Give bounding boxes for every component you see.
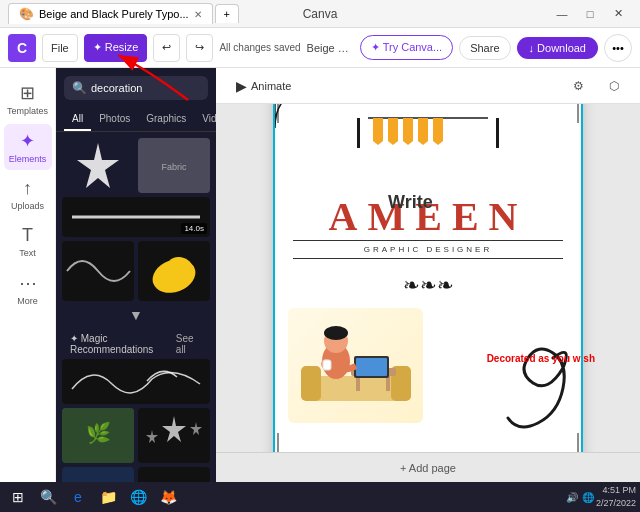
sidebar-item-text[interactable]: T Text [4, 219, 52, 264]
list-item[interactable] [138, 467, 210, 482]
sidebar-item-uploads[interactable]: ↑ Uploads [4, 172, 52, 217]
tab-label: Beige and Black Purely Typo... [39, 8, 189, 20]
taskbar-ie[interactable]: e [64, 484, 92, 510]
flower-svg: ❀ [62, 467, 134, 482]
svg-marker-9 [162, 416, 186, 442]
list-item[interactable]: 🌿 [62, 408, 134, 463]
elements-grid: Fabric 14.0s [56, 132, 216, 482]
undo-button[interactable]: ↩ [153, 34, 180, 62]
banner-decoration [357, 113, 499, 148]
document-title[interactable]: Beige and Black Purely Typographic Psych… [307, 42, 354, 54]
save-status: All changes saved [219, 42, 300, 53]
taskbar-chrome[interactable]: 🌐 [124, 484, 152, 510]
list-item[interactable] [138, 241, 210, 301]
design-canvas[interactable]: AMEEN GRAPHIC DESIGNER ❧❧❧ [273, 104, 583, 452]
list-item[interactable]: ❀ 29.0s [62, 467, 134, 482]
volume-icon[interactable]: 🔊 [566, 492, 578, 503]
sparkle-svg [62, 138, 134, 193]
svg-marker-25 [403, 118, 413, 145]
more-options-button[interactable]: ••• [604, 34, 632, 62]
sidebar-text-label: Text [19, 248, 36, 258]
elements-icon: ✦ [20, 130, 35, 152]
canvas-settings-icon[interactable]: ⚙ [564, 72, 592, 100]
network-icon[interactable]: 🌐 [582, 492, 594, 503]
sidebar-item-templates[interactable]: ⊞ Templates [4, 76, 52, 122]
grid-row-7: ❀ 29.0s [62, 467, 210, 482]
svg-text:🌿: 🌿 [86, 421, 111, 445]
list-item[interactable]: Fabric [138, 138, 210, 193]
sidebar-templates-label: Templates [7, 106, 48, 116]
grid-row-5 [62, 359, 210, 404]
svg-marker-26 [418, 118, 428, 145]
svg-marker-11 [190, 422, 202, 435]
canvas-toolbar: ▶ Animate ⚙ ⬡ [216, 68, 640, 104]
magic-rec-label: ✦ Magic Recommendations [70, 333, 176, 355]
svg-marker-10 [146, 430, 158, 443]
resize-button[interactable]: ✦ Resize [84, 34, 148, 62]
cat-tab-all[interactable]: All [64, 108, 91, 131]
canvas-subtitle: GRAPHIC DESIGNER [293, 245, 563, 254]
animate-label: Animate [251, 80, 291, 92]
list-item[interactable] [138, 408, 210, 463]
expand-icon[interactable]: ▼ [129, 307, 143, 323]
share-button[interactable]: Share [459, 36, 510, 60]
main-toolbar: C File ✦ Resize ↩ ↪ All changes saved Be… [0, 28, 640, 68]
sidebar-uploads-label: Uploads [11, 201, 44, 211]
left-panel: 🔍 ✕ ⚙ All Photos Graphics Videos Audio [56, 68, 216, 482]
grid-row-expand: ▼ [62, 305, 210, 325]
blob-svg [138, 241, 210, 301]
list-item[interactable]: 14.0s [62, 197, 210, 237]
redo-button[interactable]: ↪ [186, 34, 213, 62]
close-window-button[interactable]: ✕ [604, 0, 632, 28]
cat-tab-videos[interactable]: Videos [194, 108, 216, 131]
main-area: ⊞ Templates ✦ Elements ↑ Uploads T Text … [0, 68, 640, 482]
canvas-share-icon[interactable]: ⬡ [600, 72, 628, 100]
category-tabs: All Photos Graphics Videos Audio [56, 108, 216, 132]
svg-rect-29 [301, 366, 321, 401]
search-input[interactable] [91, 82, 216, 94]
search-icon: 🔍 [72, 81, 87, 95]
canvas-ornament: ❧❧❧ [403, 273, 454, 297]
new-tab-button[interactable]: + [215, 4, 239, 23]
see-all-button[interactable]: See all [176, 333, 202, 355]
templates-icon: ⊞ [20, 82, 35, 104]
maximize-button[interactable]: □ [576, 0, 604, 28]
plant-svg: 🌿 [62, 408, 134, 463]
add-page-button[interactable]: + Add page [216, 452, 640, 482]
file-menu-button[interactable]: File [42, 34, 78, 62]
download-button[interactable]: ↓ Download [517, 37, 598, 59]
svg-marker-27 [433, 118, 443, 145]
grid-row-6: 🌿 [62, 408, 210, 463]
svg-rect-40 [323, 360, 331, 370]
active-tab[interactable]: 🎨 Beige and Black Purely Typo... ✕ [8, 3, 213, 24]
sidebar-item-more[interactable]: ⋯ More [4, 266, 52, 312]
cat-tab-graphics[interactable]: Graphics [138, 108, 194, 131]
windows-start-button[interactable]: ⊞ [4, 484, 32, 510]
taskbar-browser2[interactable]: 🦊 [154, 484, 182, 510]
animate-button[interactable]: ▶ Animate [228, 74, 299, 98]
taskbar-folder[interactable]: 📁 [94, 484, 122, 510]
canvas-name-text[interactable]: AMEEN [329, 193, 528, 240]
canva-logo[interactable]: C [8, 34, 36, 62]
minimize-button[interactable]: — [548, 0, 576, 28]
svg-marker-23 [373, 118, 383, 145]
list-item[interactable] [62, 138, 134, 193]
taskbar: ⊞ 🔍 e 📁 🌐 🦊 🔊 🌐 4:51 PM 2/27/2022 [0, 482, 640, 512]
canvas-swash-svg[interactable] [453, 338, 573, 438]
search-bar: 🔍 ✕ ⚙ [64, 76, 208, 100]
cat-tab-photos[interactable]: Photos [91, 108, 138, 131]
taskbar-search[interactable]: 🔍 [34, 484, 62, 510]
grid-row-2: 14.0s [62, 197, 210, 237]
grid-row-1: Fabric [62, 138, 210, 193]
corner-decoration-tl [273, 104, 323, 138]
list-item[interactable] [62, 359, 210, 404]
close-tab-icon[interactable]: ✕ [194, 9, 202, 20]
window-title: Canva [303, 7, 338, 21]
sidebar-item-elements[interactable]: ✦ Elements [4, 124, 52, 170]
list-item[interactable] [62, 241, 134, 301]
grid-row-3 [62, 241, 210, 301]
try-canva-button[interactable]: ✦ Try Canva... [360, 35, 453, 60]
sidebar-more-label: More [17, 296, 38, 306]
sidebar-icons: ⊞ Templates ✦ Elements ↑ Uploads T Text … [0, 68, 56, 482]
date-display: 2/27/2022 [596, 497, 636, 510]
